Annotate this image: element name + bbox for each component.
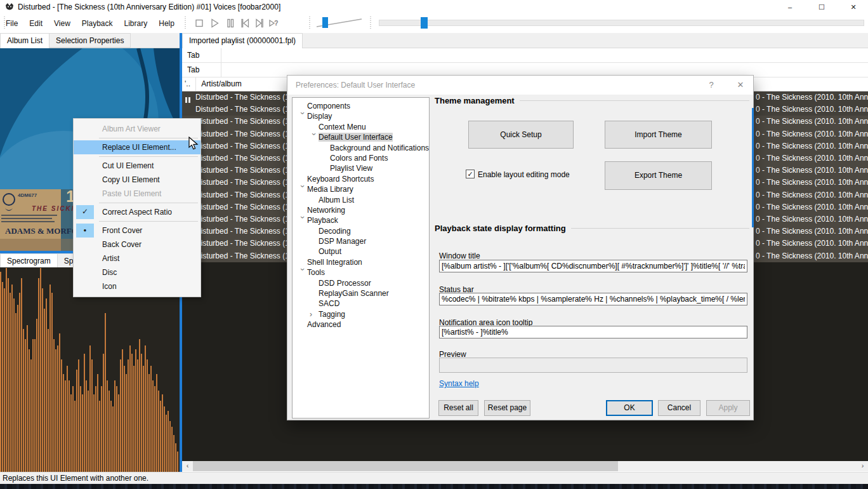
context-menu-item-replace-ui-element[interactable]: Replace UI Element... xyxy=(74,140,201,154)
tree-item-colors-and-fonts[interactable]: Colors and Fonts xyxy=(293,153,429,163)
context-menu-item-artist[interactable]: Artist xyxy=(74,251,201,265)
playlist-header-artist-album[interactable]: Artist/album xyxy=(198,77,241,91)
tree-item-background-and-notifications[interactable]: Background and Notifications xyxy=(293,143,429,153)
volume-slider-handle[interactable] xyxy=(322,17,328,28)
reset-all-button[interactable]: Reset all xyxy=(438,400,478,416)
context-menu-item-icon[interactable]: Icon xyxy=(74,279,201,293)
tree-item-components[interactable]: Components xyxy=(293,101,429,111)
viz-tab-spectrogram[interactable]: Spectrogram xyxy=(0,253,58,269)
playlist-hscrollbar[interactable]: ‹ › xyxy=(182,461,868,471)
import-theme-button[interactable]: Import Theme xyxy=(605,121,712,149)
scroll-right-icon[interactable]: › xyxy=(857,461,868,471)
nested-tab-row[interactable]: Tab xyxy=(182,48,868,63)
tree-item-media-library[interactable]: ›Media Library xyxy=(293,184,429,194)
previous-button[interactable] xyxy=(238,17,252,30)
cancel-button[interactable]: Cancel xyxy=(658,400,700,416)
context-menu-item-copy-ui-element[interactable]: Copy UI Element xyxy=(74,173,201,187)
menu-help[interactable]: Help xyxy=(153,14,180,33)
random-button[interactable]: ? xyxy=(266,17,280,30)
spectrum-bar xyxy=(65,380,66,472)
playlist-row-text: Disturbed - The Sickness (1 xyxy=(195,213,289,225)
toolbar-grip[interactable] xyxy=(185,17,186,29)
context-menu-item-back-cover[interactable]: Back Cover xyxy=(74,238,201,251)
tree-item-tools[interactable]: ›Tools xyxy=(293,267,429,278)
context-menu-item-cut-ui-element[interactable]: Cut UI Element xyxy=(74,159,201,173)
tree-item-default-user-interface[interactable]: ›Default User Interface xyxy=(293,132,429,142)
close-button[interactable]: ✕ xyxy=(839,0,868,14)
tree-item-playback[interactable]: ›Playback xyxy=(293,215,429,225)
hscrollbar-thumb[interactable] xyxy=(193,461,618,471)
tree-item-playlist-view[interactable]: Playlist View xyxy=(293,163,429,173)
tree-item-advanced[interactable]: Advanced xyxy=(293,319,429,330)
dialog-help-button[interactable]: ? xyxy=(699,76,724,95)
tree-item-networking[interactable]: Networking xyxy=(293,205,429,215)
nested-tab[interactable]: Tab xyxy=(182,48,221,62)
tab-selection-properties[interactable]: Selection Properties xyxy=(49,33,131,48)
toolbar-grip[interactable] xyxy=(370,17,371,29)
spectrum-bar xyxy=(40,268,41,472)
toolbar-grip[interactable] xyxy=(4,17,5,29)
context-menu-item-correct-aspect-ratio[interactable]: ✓Correct Aspect Ratio xyxy=(74,205,201,219)
seek-bar-handle[interactable] xyxy=(421,17,428,29)
tree-item-dsd-processor[interactable]: DSD Processor xyxy=(293,278,429,288)
tree-item-context-menu[interactable]: Context Menu xyxy=(293,122,429,132)
tree-item-output[interactable]: Output xyxy=(293,246,429,257)
tree-item-decoding[interactable]: Decoding xyxy=(293,226,429,236)
spectrum-bar xyxy=(46,298,47,472)
play-button[interactable] xyxy=(207,17,221,30)
tree-item-dsp-manager[interactable]: DSP Manager xyxy=(293,236,429,246)
spectrum-bar xyxy=(80,386,81,472)
chevron-down-icon[interactable]: › xyxy=(298,112,308,121)
nested-tab[interactable]: Tab xyxy=(182,63,221,77)
chevron-down-icon[interactable]: › xyxy=(309,133,319,142)
spectrum-bar xyxy=(133,366,135,472)
chevron-down-icon[interactable]: › xyxy=(298,185,308,194)
spectrum-bar xyxy=(131,354,133,472)
chevron-right-icon[interactable]: › xyxy=(310,309,319,319)
minimize-button[interactable]: – xyxy=(775,0,805,14)
tooltip-input[interactable] xyxy=(439,326,747,338)
tree-item-sacd[interactable]: SACD xyxy=(293,298,429,309)
seek-bar[interactable] xyxy=(379,20,864,26)
status-bar-input[interactable] xyxy=(439,293,747,305)
tree-item-tagging[interactable]: ›Tagging xyxy=(293,309,429,319)
ok-button[interactable]: OK xyxy=(606,400,653,416)
menu-view[interactable]: View xyxy=(48,14,76,33)
context-menu-item-disc[interactable]: Disc xyxy=(74,265,201,279)
title-bar[interactable]: Disturbed - [The Sickness (10th Annivers… xyxy=(0,0,868,14)
spectrum-bar xyxy=(89,345,91,472)
chevron-down-icon[interactable]: › xyxy=(298,268,308,277)
chevron-down-icon[interactable]: › xyxy=(298,217,308,225)
syntax-help-link[interactable]: Syntax help xyxy=(439,379,479,388)
quick-setup-button[interactable]: Quick Setup xyxy=(468,121,574,149)
menu-library[interactable]: Library xyxy=(119,14,154,33)
tree-item-label: Keyboard Shortcuts xyxy=(307,175,374,184)
window-title-input[interactable] xyxy=(439,260,747,272)
tree-item-label: Default User Interface xyxy=(319,133,393,142)
tree-item-shell-integration[interactable]: Shell Integration xyxy=(293,257,429,267)
reset-page-button[interactable]: Reset page xyxy=(484,400,530,416)
dialog-close-button[interactable]: ✕ xyxy=(728,76,753,95)
toolbar-grip[interactable] xyxy=(309,17,310,29)
next-button[interactable] xyxy=(253,17,266,30)
stop-button[interactable] xyxy=(192,17,206,30)
context-menu-item-front-cover[interactable]: ●Front Cover xyxy=(74,224,201,238)
tree-item-replaygain-scanner[interactable]: ReplayGain Scanner xyxy=(293,288,429,298)
pause-button[interactable] xyxy=(223,17,237,30)
enable-layout-editing-label[interactable]: Enable layout editing mode xyxy=(478,170,570,179)
export-theme-button[interactable]: Export Theme xyxy=(605,161,712,190)
tree-item-keyboard-shortcuts[interactable]: Keyboard Shortcuts xyxy=(293,174,429,184)
menu-edit[interactable]: Edit xyxy=(23,14,48,33)
enable-layout-editing-checkbox[interactable]: ✓ xyxy=(466,170,475,178)
menu-playback[interactable]: Playback xyxy=(76,14,119,33)
maximize-button[interactable]: ☐ xyxy=(807,0,836,14)
tab-album-list[interactable]: Album List xyxy=(0,33,49,48)
foobar2000-window: Disturbed - [The Sickness (10th Annivers… xyxy=(0,0,868,489)
tree-item-display[interactable]: ›Display xyxy=(293,111,429,121)
playlist-tab[interactable]: Imported playlist (00000001.fpl) xyxy=(182,33,303,48)
scroll-left-icon[interactable]: ‹ xyxy=(182,461,193,471)
playlist-header-corner[interactable]: '.. xyxy=(182,77,196,91)
dialog-title-bar[interactable]: Preferences: Default User Interface ? ✕ xyxy=(287,76,753,95)
spectrum-bar xyxy=(135,349,136,472)
tree-item-album-list[interactable]: Album List xyxy=(293,195,429,205)
